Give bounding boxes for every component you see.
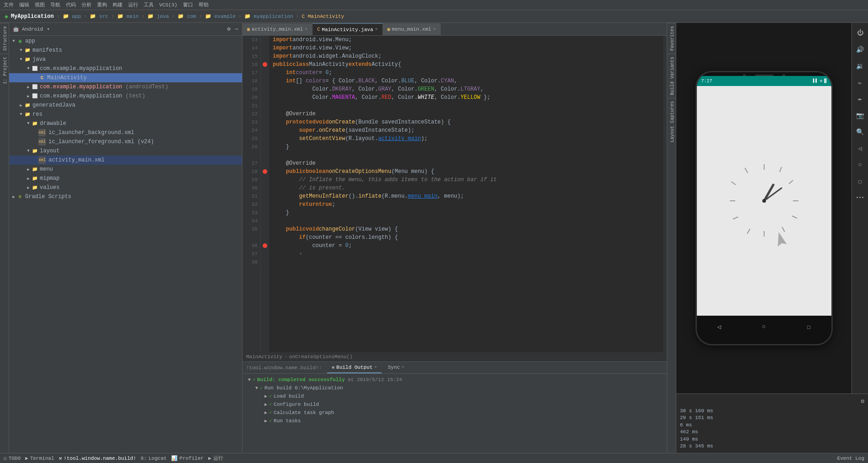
panel-label-1[interactable]: 1: Project: [0, 54, 9, 87]
emulator-power-icon[interactable]: ⏻: [854, 27, 867, 39]
tree-item-manifests[interactable]: ▼ 📁 manifests: [9, 46, 242, 55]
breadcrumb-myapp[interactable]: 📁 myapplication: [244, 13, 293, 19]
tree-item-package-main[interactable]: ▼ ⬜ com.example.myapplication: [9, 64, 242, 73]
timing-val-2: 29 s 151 ms: [680, 415, 713, 420]
tree-item-java[interactable]: ▼ 📁 java: [9, 55, 242, 64]
tab-menu-main-close[interactable]: ×: [433, 27, 436, 32]
tree-item-generatedjava[interactable]: ▶ 📁 generatedJava: [9, 101, 242, 110]
menu-analyze[interactable]: 分析: [81, 1, 92, 8]
home-button[interactable]: ○: [756, 318, 772, 335]
tab-sync[interactable]: Sync ×: [383, 362, 409, 373]
build-item-calculate[interactable]: ▶ ✓ Calculate task graph: [246, 409, 663, 417]
emulator-zoom-icon[interactable]: 🔍: [854, 125, 867, 138]
tree-item-package-androidtest[interactable]: ▶ ⬜ com.example.myapplication (androidTe…: [9, 82, 242, 92]
tab-activity-main-close[interactable]: ×: [305, 27, 307, 32]
editor-content: 1314151617 1819202122 23242526 272829303…: [243, 36, 667, 352]
sync-close[interactable]: ×: [402, 365, 404, 370]
status-profiler[interactable]: 📊 Profiler: [171, 455, 204, 461]
menu-window[interactable]: 窗口: [183, 1, 193, 8]
menu-file[interactable]: 文件: [4, 1, 14, 8]
tree-item-drawable[interactable]: ▼ 📁 drawable: [9, 119, 242, 128]
status-todo[interactable]: ☑ TODO: [4, 455, 21, 461]
back-button[interactable]: ◁: [711, 318, 728, 335]
breadcrumb-oncreateoptionsmenu-label[interactable]: onCreateOptionsMenu(): [289, 354, 353, 360]
tree-minimize-icon[interactable]: —: [235, 26, 238, 32]
tree-item-ic-fg[interactable]: xml ic_launcher_foreground.xml (v24): [9, 137, 242, 146]
menu-refactor[interactable]: 重构: [97, 1, 107, 8]
tab-mainactivity-java[interactable]: C MainActivity.java ×: [313, 23, 383, 35]
panel-label-build-variants[interactable]: Build Variants: [667, 54, 676, 98]
tree-item-mainactivity[interactable]: C MainActivity: [9, 73, 242, 82]
tab-activity-main-xml[interactable]: ▣ activity_main.xml ×: [243, 23, 313, 35]
emulator-settings-icon[interactable]: ⚙: [861, 398, 864, 405]
tree-item-mipmap[interactable]: ▶ 📁 mipmap: [9, 174, 242, 183]
breadcrumb-java[interactable]: 📁 java: [147, 13, 169, 19]
emulator-volume-up-icon[interactable]: 🔊: [854, 43, 867, 56]
panel-label-favorites[interactable]: Favorites: [667, 23, 676, 54]
build-output-close[interactable]: ×: [374, 365, 377, 370]
menu-navigate[interactable]: 导航: [50, 1, 60, 8]
menu-edit[interactable]: 编辑: [19, 1, 29, 8]
status-build[interactable]: ⚒ !tool.window.name.build!: [59, 455, 136, 461]
breadcrumb-com[interactable]: 📁 com: [178, 13, 196, 19]
menu-tools[interactable]: 工具: [144, 1, 154, 8]
tree-settings-icon[interactable]: ⚙: [227, 26, 231, 32]
menu-run[interactable]: 运行: [128, 1, 138, 8]
emulator-screenshot-icon[interactable]: 📷: [854, 109, 867, 122]
emulator-back-icon[interactable]: ◁: [854, 142, 867, 155]
line-numbers: 1314151617 1819202122 23242526 272829303…: [243, 36, 261, 352]
emulator-square-icon[interactable]: ☐: [854, 175, 867, 188]
emulator-pencil-icon[interactable]: ✒: [854, 92, 867, 105]
menu-vcs[interactable]: VCS(3): [159, 2, 178, 8]
status-event-log[interactable]: Event Log: [837, 456, 864, 461]
breadcrumb-app[interactable]: 📁 app: [63, 13, 81, 19]
panel-label-layout-captures[interactable]: Layout Captures: [667, 98, 676, 145]
tree-item-app[interactable]: ▼ ▣ app: [9, 37, 242, 46]
tab-mainactivity-close[interactable]: ×: [375, 27, 378, 32]
emulator-rotate-icon[interactable]: ✏: [854, 76, 867, 89]
breadcrumb-src[interactable]: 📁 src: [90, 13, 108, 19]
breadcrumb-example[interactable]: 📁 example: [205, 13, 236, 19]
tree-item-menu[interactable]: ▶ 📁 menu: [9, 165, 242, 174]
tree-item-gradle[interactable]: ▶ ⚙ Gradle Scripts: [9, 192, 242, 201]
tree-item-res[interactable]: ▼ 📁 res: [9, 110, 242, 119]
tree-item-activity-main-xml[interactable]: xml activity_main.xml: [9, 156, 242, 165]
breadcrumb-mainactivity-label[interactable]: MainActivity: [246, 354, 282, 360]
tree-item-values[interactable]: ▶ 📁 values: [9, 183, 242, 192]
status-run[interactable]: ▶ 运行: [208, 455, 223, 462]
breadcrumb-main[interactable]: 📁 main: [117, 13, 139, 19]
tree-dropdown-icon[interactable]: ▾: [47, 26, 50, 32]
build-item-loadbuild[interactable]: ▶ ✓ Load build: [246, 392, 663, 400]
menu-help[interactable]: 帮助: [199, 1, 209, 8]
editor-scrollbar[interactable]: [663, 36, 667, 352]
code-area[interactable]: import android.view.Menu; import android…: [269, 36, 663, 352]
emulator-toolbar: ⏻ 🔊 🔉 ✏ ✒ 📷 🔍 ◁ ○ ☐ •••: [852, 23, 868, 393]
panel-label-structure[interactable]: Structure: [0, 23, 9, 54]
run-tasks-label: Run tasks: [274, 418, 301, 424]
menu-view[interactable]: 视图: [35, 1, 45, 8]
build-item-rungbuild[interactable]: ▼ ✓ Run build G:\MyApplication: [246, 384, 663, 392]
status-terminal[interactable]: ▶ Terminal: [25, 455, 54, 461]
emulator-home-icon[interactable]: ○: [854, 158, 867, 171]
breadcrumb-mainactivity[interactable]: C MainActivity: [302, 14, 344, 19]
menu-build[interactable]: 构建: [113, 1, 123, 8]
svg-line-10: [731, 182, 736, 185]
sync-label: Sync: [388, 365, 400, 370]
status-logcat[interactable]: 6: Logcat: [141, 456, 167, 461]
calculate-label: Calculate task graph: [274, 410, 334, 415]
tree-item-package-test[interactable]: ▶ ⬜ com.example.myapplication (test): [9, 92, 242, 101]
tree-item-layout[interactable]: ▼ 📁 layout: [9, 146, 242, 156]
emulator-more-icon[interactable]: •••: [854, 191, 867, 204]
run-icon: ▶: [208, 455, 211, 461]
tree-item-ic-bg[interactable]: xml ic_launcher_background.xml: [9, 128, 242, 137]
gutter: [261, 36, 269, 352]
tab-menu-main-xml[interactable]: ▣ menu_main.xml ×: [383, 23, 441, 35]
tab-build-output[interactable]: ⚒ Build Output ×: [327, 362, 382, 373]
build-item-root[interactable]: ▼ ✓ Build: completed successfully at 201…: [246, 376, 663, 384]
event-log-label: Event Log: [837, 456, 864, 461]
build-item-runtasks[interactable]: ▶ ✓ Run tasks: [246, 417, 663, 425]
emulator-volume-down-icon[interactable]: 🔉: [854, 59, 867, 72]
menu-code[interactable]: 代码: [66, 1, 76, 8]
recents-button[interactable]: ☐: [801, 318, 817, 335]
build-item-configure[interactable]: ▶ ✓ Configure build: [246, 400, 663, 409]
